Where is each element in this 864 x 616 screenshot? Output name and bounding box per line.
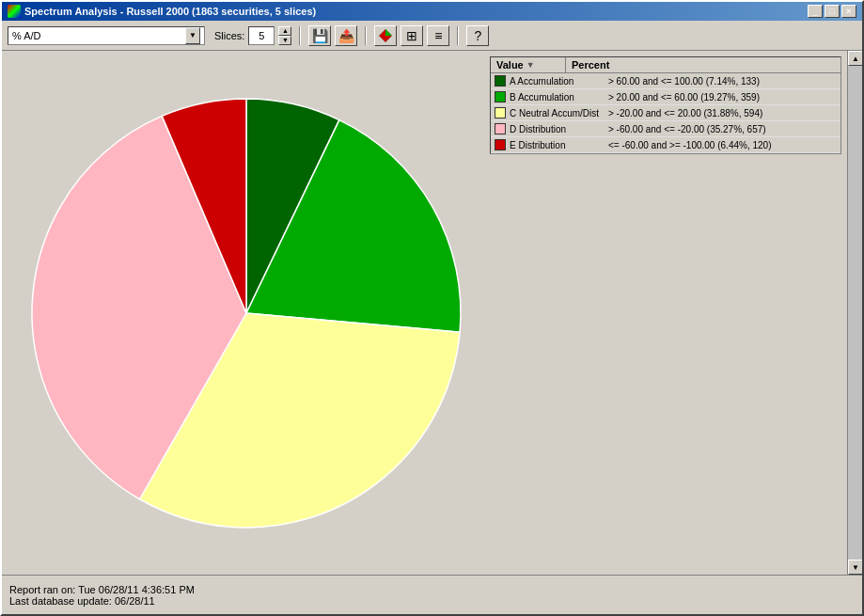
col-percent-label: Percent bbox=[572, 59, 609, 71]
legend-row-3: D Distribution > -60.00 and <= -20.00 (3… bbox=[491, 121, 840, 137]
legend-value-2: > -20.00 and <= 20.00 (31.88%, 594) bbox=[608, 108, 837, 118]
status-bar: Report ran on: Tue 06/28/11 4:36:51 PM L… bbox=[2, 575, 862, 614]
maximize-button[interactable]: □ bbox=[825, 5, 840, 18]
window-title: Spectrum Analysis - Russell 2000 (1863 s… bbox=[24, 6, 316, 17]
save-button[interactable]: 💾 bbox=[308, 25, 331, 46]
legend-table: Value ▼ Percent A Accumulation > 60.00 a… bbox=[490, 56, 841, 154]
legend-rows: A Accumulation > 60.00 and <= 100.00 (7.… bbox=[491, 73, 840, 153]
legend-label-3: D Distribution bbox=[510, 124, 608, 134]
scroll-up-button[interactable]: ▲ bbox=[848, 51, 862, 66]
legend-label-2: C Neutral Accum/Dist bbox=[510, 108, 608, 118]
legend-color-4 bbox=[495, 139, 506, 150]
slices-input[interactable] bbox=[248, 26, 275, 45]
slices-up[interactable]: ▲ bbox=[278, 26, 291, 36]
app-icon bbox=[8, 5, 21, 18]
legend-label-1: B Accumulation bbox=[510, 92, 608, 103]
legend-value-3: > -60.00 and <= -20.00 (35.27%, 657) bbox=[608, 124, 837, 134]
legend-value-1: > 20.00 and <= 60.00 (19.27%, 359) bbox=[608, 92, 837, 103]
close-button[interactable]: ✕ bbox=[841, 5, 856, 18]
legend-row-2: C Neutral Accum/Dist > -20.00 and <= 20.… bbox=[491, 105, 840, 121]
chart-type-button[interactable] bbox=[374, 25, 397, 46]
pie-canvas bbox=[21, 87, 472, 539]
legend-label-4: E Distribution bbox=[510, 140, 608, 150]
export-button[interactable]: 📤 bbox=[335, 25, 357, 46]
scroll-track bbox=[848, 66, 862, 560]
slices-label: Slices: bbox=[214, 30, 244, 41]
legend-color-0 bbox=[495, 75, 506, 87]
toolbar-separator-2 bbox=[365, 26, 367, 45]
legend-header: Value ▼ Percent bbox=[491, 57, 840, 73]
vertical-scrollbar: ▲ ▼ bbox=[847, 51, 862, 575]
scroll-down-button[interactable]: ▼ bbox=[848, 560, 862, 575]
legend-row-1: B Accumulation > 20.00 and <= 60.00 (19.… bbox=[491, 89, 840, 105]
legend-color-1 bbox=[495, 91, 506, 103]
help-button[interactable]: ? bbox=[466, 25, 489, 46]
list-button[interactable]: ≡ bbox=[427, 25, 449, 46]
report-ran: Report ran on: Tue 06/28/11 4:36:51 PM bbox=[9, 584, 855, 595]
dropdown-value: % A/D bbox=[12, 30, 41, 41]
legend-color-3 bbox=[495, 123, 506, 134]
legend-value-4: <= -60.00 and >= -100.00 (6.44%, 120) bbox=[608, 140, 837, 150]
pie-chart-container bbox=[11, 60, 480, 565]
title-bar: Spectrum Analysis - Russell 2000 (1863 s… bbox=[2, 2, 862, 21]
indicator-dropdown[interactable]: % A/D ▼ bbox=[8, 26, 205, 45]
chart-area bbox=[2, 51, 490, 575]
dropdown-arrow[interactable]: ▼ bbox=[185, 27, 200, 44]
legend-label-0: A Accumulation bbox=[510, 76, 608, 87]
grid-button[interactable]: ⊞ bbox=[401, 25, 423, 46]
toolbar-separator-3 bbox=[457, 26, 459, 45]
legend-row-4: E Distribution <= -60.00 and >= -100.00 … bbox=[491, 137, 840, 153]
legend-color-2 bbox=[495, 107, 506, 118]
window-controls: _ □ ✕ bbox=[808, 5, 856, 18]
main-window: Spectrum Analysis - Russell 2000 (1863 s… bbox=[0, 0, 864, 616]
legend-value-0: > 60.00 and <= 100.00 (7.14%, 133) bbox=[608, 76, 837, 87]
legend-row-0: A Accumulation > 60.00 and <= 100.00 (7.… bbox=[491, 73, 840, 89]
toolbar-separator-1 bbox=[299, 26, 301, 45]
minimize-button[interactable]: _ bbox=[808, 5, 823, 18]
toolbar: % A/D ▼ Slices: ▲ ▼ 💾 📤 ⊞ ≡ ? bbox=[2, 21, 862, 51]
slices-spinner: ▲ ▼ bbox=[278, 26, 291, 45]
main-content: Value ▼ Percent A Accumulation > 60.00 a… bbox=[2, 51, 862, 575]
col-value-label: Value bbox=[496, 59, 524, 71]
slices-down[interactable]: ▼ bbox=[278, 36, 291, 45]
last-update: Last database update: 06/28/11 bbox=[9, 595, 855, 607]
